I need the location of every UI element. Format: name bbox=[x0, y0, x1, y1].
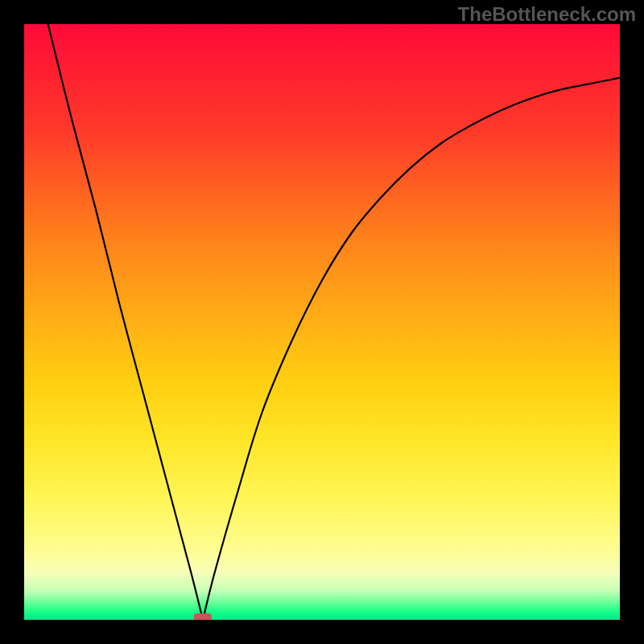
bottleneck-curve bbox=[48, 24, 620, 620]
chart-frame: TheBottleneck.com bbox=[0, 0, 644, 644]
watermark-text: TheBottleneck.com bbox=[458, 3, 636, 26]
nadir-marker bbox=[194, 613, 212, 620]
plot-area bbox=[24, 24, 620, 620]
curve-layer bbox=[24, 24, 620, 620]
